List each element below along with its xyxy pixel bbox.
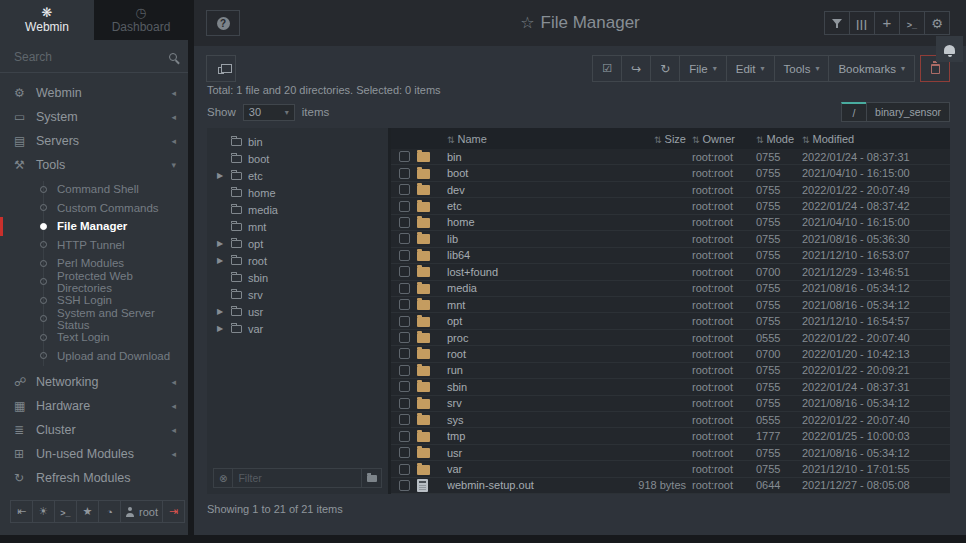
table-row[interactable]: webmin-setup.out 918 bytes root:root 064… bbox=[391, 478, 950, 494]
filter-button[interactable] bbox=[824, 11, 850, 35]
file-name[interactable]: lost+found bbox=[447, 266, 614, 278]
table-row[interactable]: mnt root:root 0755 2021/08/16 - 05:34:12 bbox=[391, 297, 950, 313]
tree-item[interactable]: ▶ var bbox=[207, 320, 388, 337]
export-button[interactable] bbox=[621, 55, 651, 82]
submenu-item[interactable]: Text Login bbox=[0, 328, 188, 347]
file-name[interactable]: usr bbox=[447, 447, 614, 459]
tree-item[interactable]: ▶ bin bbox=[207, 133, 388, 150]
breadcrumb-item[interactable]: / bbox=[841, 102, 867, 122]
file-name[interactable]: webmin-setup.out bbox=[447, 479, 614, 491]
file-name[interactable]: lib bbox=[447, 233, 614, 245]
sidebar-menu-item[interactable]: Servers ◂ bbox=[0, 129, 188, 153]
sidebar-menu-item[interactable]: System ◂ bbox=[0, 105, 188, 129]
choose-directory-button[interactable] bbox=[361, 469, 381, 487]
file-name[interactable]: etc bbox=[447, 200, 614, 212]
submenu-item[interactable]: Protected Web Directories bbox=[0, 273, 188, 292]
user-button[interactable]: root bbox=[120, 500, 163, 523]
table-row[interactable]: srv root:root 0755 2021/08/16 - 05:34:12 bbox=[391, 396, 950, 412]
table-row[interactable]: lib root:root 0755 2021/08/16 - 05:36:30 bbox=[391, 231, 950, 247]
sidebar-tab[interactable]: Webmin bbox=[0, 0, 94, 40]
file-name[interactable]: tmp bbox=[447, 430, 614, 442]
column-header-name[interactable]: Name bbox=[447, 133, 614, 145]
row-checkbox[interactable] bbox=[399, 217, 410, 228]
sidebar-menu-item[interactable]: Refresh Modules ◂ bbox=[0, 466, 188, 490]
table-row[interactable]: tmp root:root 1777 2022/01/25 - 10:00:03 bbox=[391, 428, 950, 444]
table-row[interactable]: usr root:root 0755 2021/08/16 - 05:34:12 bbox=[391, 445, 950, 461]
logout-button[interactable]: ⇥ bbox=[162, 500, 185, 523]
table-row[interactable]: proc root:root 0555 2022/01/22 - 20:07:4… bbox=[391, 330, 950, 346]
notifications-button[interactable] bbox=[936, 36, 963, 62]
submenu-item[interactable]: HTTP Tunnel bbox=[0, 236, 188, 255]
row-checkbox[interactable] bbox=[399, 201, 410, 212]
table-row[interactable]: root root:root 0700 2022/01/20 - 10:42:1… bbox=[391, 346, 950, 362]
row-checkbox[interactable] bbox=[399, 447, 410, 458]
row-checkbox[interactable] bbox=[399, 168, 410, 179]
submenu-item[interactable]: File Manager bbox=[0, 217, 188, 236]
tree-item[interactable]: ▶ opt bbox=[207, 235, 388, 252]
file-name[interactable]: opt bbox=[447, 315, 614, 327]
sidebar-menu-item[interactable]: Webmin ◂ bbox=[0, 81, 188, 105]
file-name[interactable]: dev bbox=[447, 184, 614, 196]
expand-arrow-icon[interactable]: ▶ bbox=[217, 171, 225, 180]
sidebar-tab[interactable]: Dashboard bbox=[94, 0, 188, 40]
row-checkbox[interactable] bbox=[399, 299, 410, 310]
table-row[interactable]: etc root:root 0755 2022/01/24 - 08:37:42 bbox=[391, 198, 950, 214]
file-name[interactable]: bin bbox=[447, 151, 614, 163]
refresh-button[interactable] bbox=[650, 55, 680, 82]
favorite-star-icon[interactable]: ☆ bbox=[520, 14, 534, 31]
row-checkbox[interactable] bbox=[399, 332, 410, 343]
table-row[interactable]: run root:root 0755 2022/01/22 - 20:09:21 bbox=[391, 363, 950, 379]
file-name[interactable]: run bbox=[447, 364, 614, 376]
columns-button[interactable] bbox=[849, 11, 875, 35]
table-row[interactable]: home root:root 0755 2021/04/10 - 16:15:0… bbox=[391, 215, 950, 231]
file-name[interactable]: srv bbox=[447, 397, 614, 409]
shell-button[interactable] bbox=[899, 11, 925, 35]
breadcrumb-item[interactable]: binary_sensor bbox=[866, 102, 950, 122]
row-checkbox[interactable] bbox=[399, 381, 410, 392]
sidebar-menu-item-tools[interactable]: Tools ▾ bbox=[0, 153, 188, 177]
toolbar-menu-button[interactable]: File ▾ bbox=[679, 55, 727, 82]
toolbar-menu-button[interactable]: Bookmarks ▾ bbox=[828, 55, 915, 82]
table-row[interactable]: lost+found root:root 0700 2021/12/29 - 1… bbox=[391, 264, 950, 280]
tree-item[interactable]: ▶ mnt bbox=[207, 218, 388, 235]
collapse-sidebar-button[interactable]: ⇤ bbox=[10, 500, 33, 523]
submenu-item[interactable]: System and Server Status bbox=[0, 310, 188, 329]
column-header-owner[interactable]: Owner bbox=[692, 133, 756, 145]
sidebar-menu-item[interactable]: Hardware ◂ bbox=[0, 394, 188, 418]
tree-item[interactable]: ▶ srv bbox=[207, 286, 388, 303]
row-checkbox[interactable] bbox=[399, 233, 410, 244]
stats-button[interactable]: ◔ bbox=[98, 500, 121, 523]
file-name[interactable]: mnt bbox=[447, 299, 614, 311]
select-all-button[interactable] bbox=[592, 55, 622, 82]
toolbar-menu-button[interactable]: Tools ▾ bbox=[774, 55, 830, 82]
toolbar-menu-button[interactable]: Edit ▾ bbox=[726, 55, 775, 82]
table-row[interactable]: boot root:root 0755 2021/04/10 - 16:15:0… bbox=[391, 165, 950, 181]
sidebar-menu-item[interactable]: Cluster ◂ bbox=[0, 418, 188, 442]
tree-item[interactable]: ▶ boot bbox=[207, 150, 388, 167]
tree-item[interactable]: ▶ sbin bbox=[207, 269, 388, 286]
terminal-button[interactable] bbox=[54, 500, 77, 523]
row-checkbox[interactable] bbox=[399, 266, 410, 277]
row-checkbox[interactable] bbox=[399, 464, 410, 475]
row-checkbox[interactable] bbox=[399, 316, 410, 327]
submenu-item[interactable]: Command Shell bbox=[0, 180, 188, 199]
row-checkbox[interactable] bbox=[399, 283, 410, 294]
expand-arrow-icon[interactable]: ▶ bbox=[217, 324, 225, 333]
file-name[interactable]: sbin bbox=[447, 381, 614, 393]
file-name[interactable]: sys bbox=[447, 414, 614, 426]
row-checkbox[interactable] bbox=[399, 348, 410, 359]
column-header-size[interactable]: Size bbox=[614, 133, 692, 145]
clear-filter-icon[interactable]: ⊗ bbox=[214, 473, 232, 484]
submenu-item[interactable]: Upload and Download bbox=[0, 347, 188, 366]
row-checkbox[interactable] bbox=[399, 184, 410, 195]
help-button[interactable]: ? bbox=[206, 10, 240, 36]
submenu-item[interactable]: Custom Commands bbox=[0, 199, 188, 218]
file-name[interactable]: proc bbox=[447, 332, 614, 344]
tree-filter-input[interactable] bbox=[232, 469, 361, 487]
file-name[interactable]: home bbox=[447, 216, 614, 228]
table-row[interactable]: media root:root 0755 2021/08/16 - 05:34:… bbox=[391, 281, 950, 297]
expand-arrow-icon[interactable]: ▶ bbox=[217, 307, 225, 316]
table-row[interactable]: sbin root:root 0755 2022/01/24 - 08:37:3… bbox=[391, 379, 950, 395]
tree-item[interactable]: ▶ home bbox=[207, 184, 388, 201]
row-checkbox[interactable] bbox=[399, 250, 410, 261]
